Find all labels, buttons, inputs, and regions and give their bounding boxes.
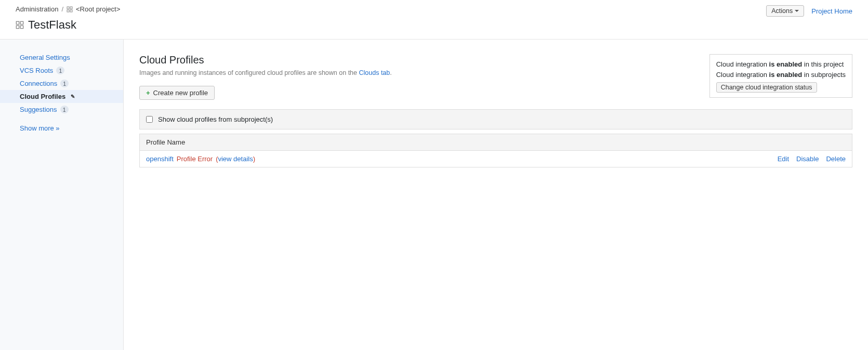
svg-rect-6 [16, 25, 19, 28]
svg-rect-7 [20, 25, 23, 28]
header: Administration / <Root project> TestFlas… [0, 0, 868, 40]
row-left: openshift Profile Error (view details) [146, 155, 778, 163]
svg-rect-5 [20, 21, 23, 24]
status-prefix: Cloud integration [716, 60, 769, 68]
show-subprojects-label[interactable]: Show cloud profiles from subproject(s) [158, 115, 273, 123]
sidebar-item-suggestions[interactable]: Suggestions 1 [0, 103, 123, 116]
profile-name-link[interactable]: openshift [146, 155, 174, 163]
sidebar-item-vcs-roots[interactable]: VCS Roots 1 [0, 64, 123, 77]
row-actions: Edit Disable Delete [778, 155, 846, 163]
sidebar-item-label: General Settings [20, 54, 70, 61]
actions-label: Actions [771, 7, 793, 15]
status-line-project: Cloud integration is enabled in this pro… [716, 59, 846, 70]
project-icon [16, 21, 24, 29]
status-suffix: in this project [802, 60, 844, 68]
plus-icon: + [146, 89, 150, 97]
disable-link[interactable]: Disable [796, 155, 819, 163]
profile-error-text: Profile Error [177, 155, 213, 163]
svg-rect-3 [70, 10, 72, 12]
delete-link[interactable]: Delete [826, 155, 846, 163]
breadcrumb-separator: / [61, 5, 63, 13]
svg-rect-2 [67, 10, 69, 12]
sidebar-show-more[interactable]: Show more » [0, 119, 123, 135]
view-details-link[interactable]: view details [218, 155, 253, 163]
status-suffix: in subprojects [802, 71, 846, 79]
layout: General Settings VCS Roots 1 Connections… [0, 40, 868, 350]
breadcrumb: Administration / <Root project> [16, 5, 852, 13]
edit-link[interactable]: Edit [778, 155, 789, 163]
project-grid-icon [67, 6, 73, 12]
caret-down-icon [795, 10, 799, 12]
status-bold: is enabled [769, 60, 803, 68]
subtext-suffix: . [390, 69, 391, 76]
sidebar-item-label: Connections [20, 80, 57, 87]
breadcrumb-root-project[interactable]: <Root project> [76, 5, 120, 13]
sidebar: General Settings VCS Roots 1 Connections… [0, 40, 124, 350]
sidebar-item-label: Cloud Profiles [20, 93, 65, 100]
subtext-prefix: Images and running instances of configur… [139, 69, 359, 76]
project-home-link[interactable]: Project Home [811, 7, 852, 15]
profiles-table: Profile Name openshift Profile Error (vi… [139, 134, 852, 167]
paren-close: ) [253, 155, 255, 163]
svg-rect-1 [70, 7, 72, 9]
create-new-profile-button[interactable]: + Create new profile [139, 86, 215, 100]
pencil-icon: ✎ [71, 94, 75, 99]
show-more-label: Show more » [20, 124, 60, 132]
svg-rect-4 [16, 21, 19, 24]
status-bold: is enabled [769, 71, 803, 79]
sidebar-item-label: Suggestions [20, 106, 57, 113]
sidebar-item-connections[interactable]: Connections 1 [0, 77, 123, 90]
breadcrumb-administration[interactable]: Administration [16, 5, 58, 13]
project-title-row: TestFlask [16, 18, 852, 32]
show-subprojects-checkbox[interactable] [146, 116, 153, 123]
cloud-integration-status-box: Cloud integration is enabled in this pro… [709, 54, 852, 98]
status-prefix: Cloud integration [716, 71, 769, 79]
sidebar-item-cloud-profiles[interactable]: Cloud Profiles ✎ [0, 90, 123, 103]
actions-dropdown[interactable]: Actions [766, 5, 804, 17]
main-content: Cloud Profiles Images and running instan… [124, 40, 868, 350]
status-line-subprojects: Cloud integration is enabled in subproje… [716, 70, 846, 80]
sidebar-item-label: VCS Roots [20, 67, 53, 74]
change-integration-status-button[interactable]: Change cloud integration status [716, 82, 817, 93]
view-details-wrapper: (view details) [216, 155, 255, 163]
count-badge: 1 [60, 106, 69, 113]
subprojects-filter-row: Show cloud profiles from subproject(s) [139, 109, 852, 129]
count-badge: 1 [60, 80, 69, 87]
create-button-label: Create new profile [153, 89, 208, 97]
clouds-tab-link[interactable]: Clouds tab [359, 69, 390, 76]
count-badge: 1 [56, 67, 64, 74]
page-title: TestFlask [28, 18, 76, 32]
table-row: openshift Profile Error (view details) E… [140, 151, 852, 167]
sidebar-item-general-settings[interactable]: General Settings [0, 51, 123, 64]
header-actions: Actions Project Home [766, 5, 852, 17]
table-header-profile-name: Profile Name [140, 134, 852, 151]
svg-rect-0 [67, 7, 69, 9]
